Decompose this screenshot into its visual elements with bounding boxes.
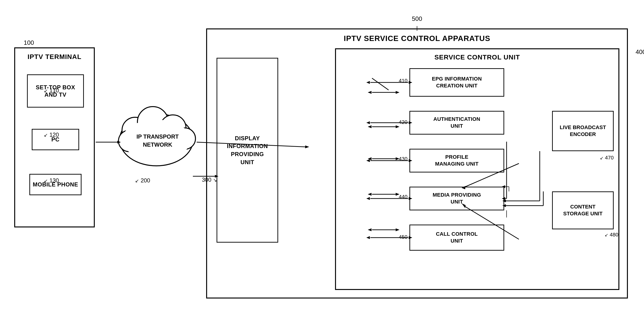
svg-marker-35: [366, 81, 370, 84]
ref-410: 410: [399, 78, 408, 84]
ref-400: 400: [636, 48, 644, 56]
ref-120: ↙ 120: [44, 132, 59, 138]
ref-500: 500: [207, 15, 627, 22]
content-storage-unit: CONTENT STORAGE UNIT: [552, 192, 614, 229]
call-control-unit: CALL CONTROL UNIT: [410, 224, 504, 251]
display-info-box: DISPLAY INFORMATION PROVIDING UNIT: [216, 58, 278, 242]
diagram-container: IPTV TERMINAL SET-TOP BOX AND TV PC MOBI…: [0, 0, 644, 321]
ref-440: 440: [399, 194, 408, 200]
ref-450: 450: [399, 234, 408, 240]
display-info-label: DISPLAY INFORMATION PROVIDING UNIT: [227, 134, 268, 166]
media-providing-unit: MEDIA PROVIDING UNIT: [410, 187, 504, 210]
svg-marker-41: [366, 159, 370, 162]
iptv-service-title: IPTV SERVICE CONTROL APPARATUS: [207, 34, 627, 43]
epg-info-unit: EPG INFORMATION CREATION UNIT: [410, 68, 504, 97]
svg-marker-44: [366, 197, 370, 200]
svg-marker-47: [366, 236, 370, 239]
ref-200: ↙ 200: [135, 177, 150, 184]
service-control-box: SERVICE CONTROL UNIT EPG INFORMATION CRE…: [335, 48, 619, 290]
profile-managing-unit: PROFILE MANAGING UNIT: [410, 149, 504, 172]
ref-420: 420: [399, 119, 408, 125]
ref-480: ↙ 480: [605, 232, 618, 238]
ref-470: ↙ 470: [600, 155, 614, 161]
iptv-service-outer-box: IPTV SERVICE CONTROL APPARATUS 500 DISPL…: [206, 28, 628, 298]
service-control-title: SERVICE CONTROL UNIT: [336, 54, 618, 61]
ip-transport-label: IP TRANSPORT NETWORK: [120, 133, 196, 148]
svg-marker-38: [366, 121, 370, 124]
ref-130: ↙ 130: [44, 177, 59, 184]
auth-unit: AUTHENTICATION UNIT: [410, 111, 504, 134]
live-broadcast-unit: LIVE BROADCAST ENCODER: [552, 111, 614, 151]
iptv-terminal-label: IPTV TERMINAL: [15, 53, 94, 61]
ref-430: 430: [399, 156, 408, 162]
ref-100: 100: [24, 39, 34, 46]
ref-110: ↙ 110: [44, 87, 59, 94]
